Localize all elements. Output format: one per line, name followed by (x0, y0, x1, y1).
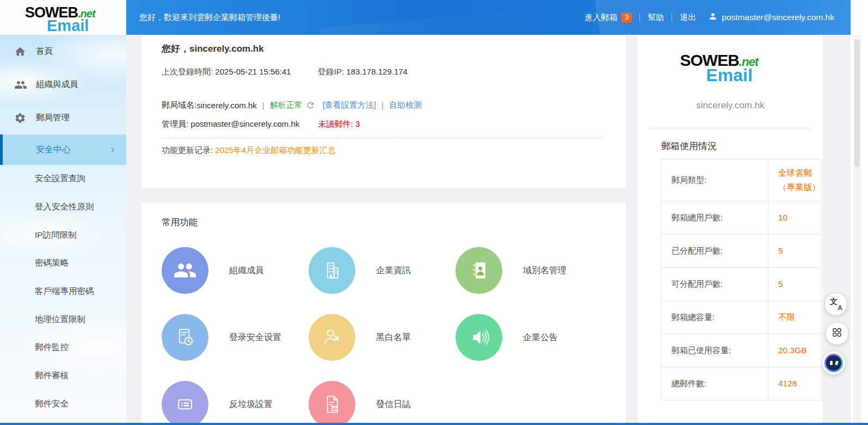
domain-value: sincerely.com.hk (196, 101, 257, 110)
feature-send-log[interactable]: 發信日誌 (309, 381, 455, 425)
last-login-value: 2025-05-21 15:56:41 (215, 67, 291, 76)
blacklist-icon (309, 314, 355, 361)
unread-badge[interactable]: 3 (621, 13, 632, 22)
top-header: 您好，歡迎來到雲郵企業郵箱管理後臺! 進入郵箱 3 幫助 退出 postmast… (126, 0, 851, 35)
usage-row-type: 郵局類型: 全球雲郵（專業版） (662, 159, 821, 201)
account-summary-card: 您好，sincerely.com.hk 上次登錄時間: 2025-05-21 1… (141, 35, 626, 188)
sidebar-item-home[interactable]: 首頁 (0, 35, 126, 68)
separator (639, 13, 640, 22)
user-icon (708, 11, 718, 23)
login-security-icon (162, 314, 208, 361)
separator (672, 13, 672, 22)
home-icon (14, 46, 27, 58)
company-info-icon (309, 247, 355, 294)
scrollbar-track[interactable] (853, 35, 861, 425)
feature-announcement[interactable]: 企業公告 (455, 314, 602, 361)
admin-value: postmaster@sincerely.com.hk (190, 119, 299, 128)
login-info-line: 上次登錄時間: 2025-05-21 15:56:41 登錄IP: 183.17… (162, 67, 606, 77)
sidebar-item-mail-monitor[interactable]: 郵件監控 (0, 334, 126, 362)
send-log-icon (309, 381, 355, 425)
usage-row-total-capacity: 郵箱總容量: 不限 (662, 301, 821, 334)
feature-company-info[interactable]: 企業資訊 (309, 247, 455, 294)
domain-info-line: 郵局域名: sincerely.com.hk | 解析正常 [查看設置方法] |… (162, 100, 606, 110)
org-members-icon (162, 247, 208, 294)
sidebar-item-mail-admin[interactable]: 郵局管理 (0, 101, 126, 134)
admin-label: 管理員: (162, 119, 190, 128)
usage-row-used-capacity: 郵箱已使用容量: 20.3GB (662, 334, 821, 367)
sidebar-item-geo-restriction[interactable]: 地理位置限制 (0, 305, 126, 334)
usage-panel: SOWEB.net Email sincerely.com.hk 郵箱使用情況 … (638, 35, 823, 425)
antispam-icon (162, 381, 208, 425)
usage-row-assigned-users: 已分配用戶數: 5 (662, 235, 821, 268)
sidebar-menu: 首頁 組織與成員 郵局管理 安全中心 安全設置查詢 登入安全性原則 IP訪問限制… (0, 35, 126, 418)
sidebar-item-org-members[interactable]: 組織與成員 (0, 68, 126, 101)
login-ip-label: 登錄IP: (318, 67, 347, 76)
ai-assistant-float-button[interactable] (822, 352, 845, 374)
update-label: 功能更新记录: (162, 145, 215, 155)
scrollbar-thumb[interactable] (854, 39, 860, 167)
panel-logo: SOWEB.net Email (680, 52, 781, 88)
sidebar-item-ip-restriction[interactable]: IP訪問限制 (0, 221, 126, 249)
dashed-divider (162, 138, 604, 138)
domain-alias-icon (455, 247, 502, 294)
usage-title: 郵箱使用情況 (661, 140, 823, 152)
header-actions: 進入郵箱 3 幫助 退出 postmaster@sincerely.com.hk (584, 11, 834, 23)
sidebar-item-client-password[interactable]: 客戶端專用密碼 (0, 278, 126, 306)
translate-float-button[interactable]: 文A (825, 293, 847, 315)
help-link[interactable]: 幫助 (648, 13, 664, 23)
sidebar: SOWEB.net Email 首頁 組織與成員 郵局管理 安全中心 (0, 0, 126, 425)
chevron-right-icon (108, 146, 116, 154)
refresh-icon[interactable] (306, 101, 315, 110)
features-title: 常用功能 (162, 217, 606, 229)
sidebar-item-mail-audit[interactable]: 郵件審核 (0, 362, 126, 390)
app-logo[interactable]: SOWEB.net Email (0, 0, 126, 35)
feature-antispam[interactable]: 反垃圾設置 (162, 381, 309, 425)
sidebar-item-mail-security[interactable]: 郵件安全 (0, 390, 126, 418)
account-menu[interactable]: postmaster@sincerely.com.hk (708, 11, 834, 23)
sidebar-item-security-query[interactable]: 安全設置查詢 (0, 165, 126, 193)
view-setup-link[interactable]: [查看設置方法] (323, 100, 376, 110)
features-grid: 組織成員 企業資訊 域別名管理 (162, 247, 606, 425)
users-icon (14, 78, 27, 91)
usage-row-total-mails: 總郵件數: 4128 (662, 367, 821, 401)
update-record-line: 功能更新记录: 2025年4月企业邮箱功能更新汇总 (162, 145, 606, 156)
login-ip-value: 183.178.129.174 (346, 67, 408, 76)
feature-login-security[interactable]: 登录安全设置 (162, 314, 309, 361)
sidebar-item-login-policy[interactable]: 登入安全性原則 (0, 193, 126, 221)
update-record-link[interactable]: 2025年4月企业邮箱功能更新汇总 (215, 145, 336, 155)
translate-icon: 文A (830, 298, 842, 310)
user-email: postmaster@sincerely.com.hk (722, 13, 834, 22)
panel-divider (650, 128, 811, 128)
feature-org-members[interactable]: 組織成員 (162, 247, 309, 294)
logo-text-email: Email (47, 18, 89, 34)
self-check-link[interactable]: 自助檢測 (389, 100, 422, 110)
sidebar-item-password-policy[interactable]: 密碼策略 (0, 249, 126, 278)
dns-status: 解析正常 (270, 100, 303, 110)
welcome-text: 您好，歡迎來到雲郵企業郵箱管理後臺! (139, 13, 280, 23)
domain-label: 郵局域名: (162, 100, 196, 110)
feature-blacklist[interactable]: 黑白名單 (309, 314, 455, 361)
enter-mailbox-link[interactable]: 進入郵箱 (584, 13, 617, 23)
bottom-edge-bar (0, 423, 868, 425)
logout-link[interactable]: 退出 (680, 13, 696, 23)
feature-domain-alias[interactable]: 域別名管理 (455, 247, 602, 294)
usage-table: 郵局類型: 全球雲郵（專業版） 郵箱總用戶數: 10 已分配用戶數: 5 可分配… (661, 159, 822, 401)
admin-info-line: 管理員: postmaster@sincerely.com.hk 未讀郵件: 3 (162, 119, 606, 130)
apps-grid-float-button[interactable] (826, 323, 848, 344)
panel-domain: sincerely.com.hk (638, 100, 823, 111)
announcement-icon (455, 314, 502, 361)
gear-icon (14, 112, 27, 124)
common-features-card: 常用功能 組織成員 企業資訊 (141, 202, 626, 425)
usage-row-available-users: 可分配用戶數: 5 (662, 268, 821, 301)
last-login-label: 上次登錄時間: (162, 67, 215, 76)
sidebar-item-security-center[interactable]: 安全中心 (0, 134, 126, 165)
usage-row-total-users: 郵箱總用戶數: 10 (662, 201, 821, 235)
grid-icon (832, 327, 842, 340)
robot-icon (824, 354, 843, 372)
page-greeting: 您好，sincerely.com.hk (162, 42, 606, 55)
unread-mail-text: 未讀郵件: 3 (318, 119, 360, 128)
